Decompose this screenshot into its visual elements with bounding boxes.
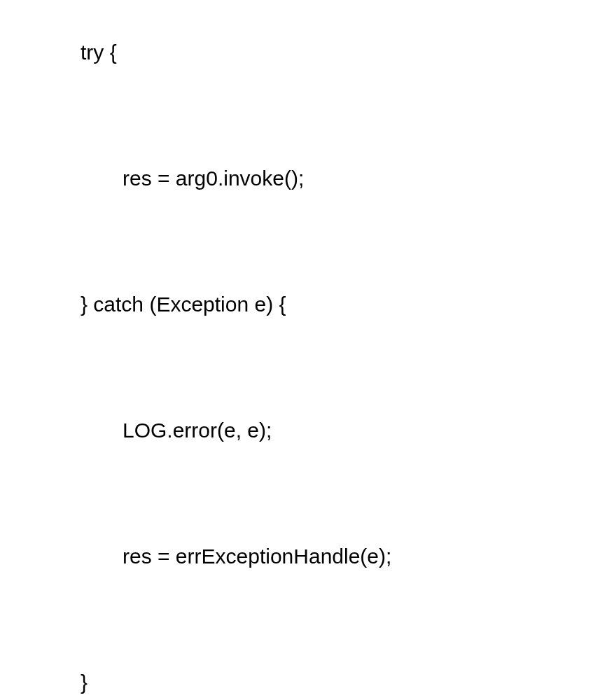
code-line: } bbox=[0, 672, 607, 693]
code-line: res = arg0.invoke(); bbox=[0, 168, 607, 189]
blank-line bbox=[0, 231, 607, 252]
blank-line bbox=[0, 105, 607, 126]
blank-line bbox=[0, 609, 607, 630]
blank-line bbox=[0, 483, 607, 504]
code-line: LOG.error(e, e); bbox=[0, 420, 607, 441]
code-line: try { bbox=[0, 42, 607, 63]
code-block: try { res = arg0.invoke(); } catch (Exce… bbox=[0, 0, 607, 700]
blank-line bbox=[0, 357, 607, 378]
code-line: res = errExceptionHandle(e); bbox=[0, 546, 607, 567]
code-line: } catch (Exception e) { bbox=[0, 294, 607, 315]
